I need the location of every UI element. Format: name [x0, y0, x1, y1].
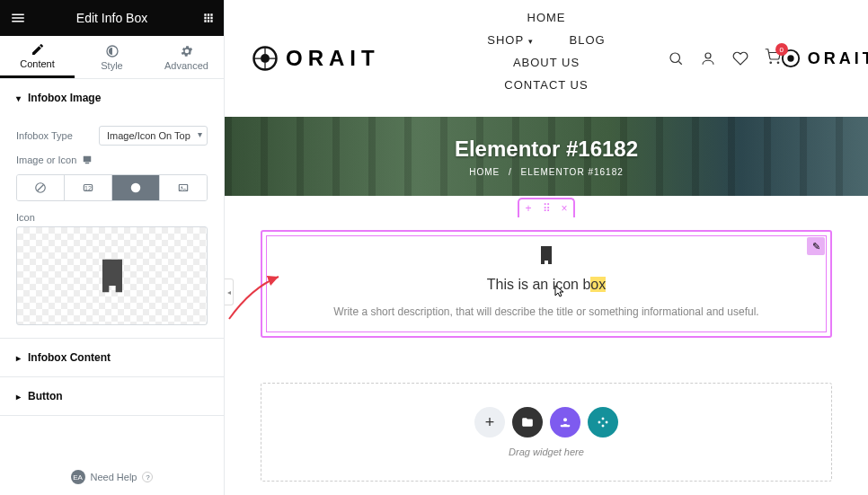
- ea-templates-button[interactable]: [550, 407, 580, 438]
- field-infobox-type: Infobox Type Image/Icon On Top: [16, 126, 208, 146]
- svg-line-1: [38, 185, 44, 191]
- sidebar-collapse-handle[interactable]: ◂: [225, 278, 234, 305]
- main-nav: HOME SHOP ▾ BLOG ABOUT US CONTACT US: [430, 0, 663, 92]
- svg-text:12: 12: [84, 185, 92, 191]
- widget-drag-handle[interactable]: ⠿: [537, 199, 555, 217]
- nav-shop[interactable]: SHOP ▾: [487, 33, 533, 47]
- desktop-icon: [82, 155, 93, 165]
- section-infobox-image: ▾ Infobox Image Infobox Type Image/Icon …: [0, 79, 224, 339]
- svg-line-12: [678, 61, 681, 64]
- site-header: ORAIT HOME SHOP ▾ BLOG ABOUT US CONTACT …: [225, 0, 868, 117]
- image-or-icon-segments: 12: [16, 174, 208, 201]
- search-icon[interactable]: [668, 50, 684, 66]
- chevron-down-icon: ▾: [528, 37, 534, 46]
- cart-icon[interactable]: 0: [765, 49, 781, 68]
- brand-text: ORAIT: [808, 49, 868, 68]
- infobox-widget[interactable]: ✎ This is an icon box Write a short desc…: [261, 230, 832, 338]
- nav-about[interactable]: ABOUT US: [513, 56, 580, 69]
- svg-point-11: [670, 53, 680, 63]
- heart-icon[interactable]: [732, 50, 748, 66]
- logo-icon: [252, 45, 279, 72]
- svg-point-20: [568, 425, 571, 428]
- svg-point-10: [261, 54, 270, 63]
- elementor-sidebar: Edit Info Box Content Style Advanced ▾ I…: [0, 0, 225, 495]
- infobox-type-label: Infobox Type: [16, 130, 73, 141]
- infobox-type-select[interactable]: Image/Icon On Top: [99, 126, 208, 146]
- caret-down-icon: ▾: [16, 93, 21, 103]
- field-image-or-icon: Image or Icon: [16, 155, 208, 165]
- breadcrumb-current: ELEMENTOR #16182: [521, 167, 624, 177]
- caret-right-icon: ▸: [16, 353, 21, 363]
- section-infobox-content-toggle[interactable]: ▸ Infobox Content: [0, 339, 224, 376]
- infobox-title: This is an icon box: [280, 277, 812, 293]
- infobox-icon: [280, 244, 812, 270]
- drop-zone[interactable]: + Drag widget here: [261, 383, 832, 482]
- segment-none[interactable]: [17, 175, 64, 200]
- nav-contact[interactable]: CONTACT US: [504, 78, 588, 92]
- logo-left[interactable]: ORAIT: [252, 45, 380, 72]
- tab-content-label: Content: [20, 58, 55, 69]
- section-button-toggle[interactable]: ▸ Button: [0, 377, 224, 415]
- section-button: ▸ Button: [0, 377, 224, 416]
- brand-text: ORAIT: [286, 46, 380, 71]
- segment-icon[interactable]: [111, 175, 159, 200]
- segment-number[interactable]: 12: [64, 175, 111, 200]
- menu-icon[interactable]: [0, 0, 36, 36]
- nav-blog[interactable]: BLOG: [570, 33, 606, 47]
- nav-home[interactable]: HOME: [527, 11, 566, 24]
- hero-banner: Elementor #16182 HOME / ELEMENTOR #16182: [225, 117, 868, 196]
- section-infobox-content: ▸ Infobox Content: [0, 339, 224, 377]
- svg-rect-6: [135, 187, 136, 191]
- preview-canvas: ORAIT HOME SHOP ▾ BLOG ABOUT US CONTACT …: [225, 0, 868, 495]
- building-icon: [93, 256, 132, 296]
- user-icon[interactable]: [700, 50, 716, 66]
- widget-close-button[interactable]: ×: [555, 199, 573, 217]
- breadcrumb-home[interactable]: HOME: [469, 167, 500, 177]
- tab-style-label: Style: [101, 60, 122, 71]
- svg-point-14: [770, 62, 772, 64]
- widget-controls: + ⠿ ×: [518, 198, 575, 217]
- help-icon[interactable]: ?: [142, 472, 153, 482]
- caret-right-icon: ▸: [16, 392, 21, 402]
- need-help-link[interactable]: Need Help: [91, 472, 137, 482]
- header-icons: 0: [668, 49, 781, 68]
- template-library-button[interactable]: [512, 407, 543, 438]
- icon-label: Icon: [16, 212, 208, 223]
- widget-add-button[interactable]: +: [519, 199, 537, 217]
- edit-widget-button[interactable]: ✎: [807, 237, 825, 255]
- page-title: Elementor #16182: [455, 137, 638, 162]
- ea-badge[interactable]: EA: [71, 470, 85, 484]
- svg-point-19: [561, 425, 563, 428]
- svg-point-17: [787, 55, 793, 61]
- icon-picker[interactable]: [16, 226, 208, 325]
- svg-point-15: [777, 62, 779, 64]
- tab-style[interactable]: Style: [75, 36, 149, 78]
- segment-image[interactable]: [159, 175, 207, 200]
- sidebar-body: ▾ Infobox Image Infobox Type Image/Icon …: [0, 79, 224, 459]
- drop-zone-hint: Drag widget here: [509, 446, 584, 457]
- section-infobox-image-toggle[interactable]: ▾ Infobox Image: [0, 79, 224, 117]
- tab-advanced-label: Advanced: [164, 60, 208, 71]
- logo-right[interactable]: ORAIT: [781, 49, 868, 68]
- joomla-button[interactable]: [588, 407, 618, 438]
- building-icon: [536, 244, 557, 266]
- tab-advanced[interactable]: Advanced: [149, 36, 224, 78]
- drop-zone-buttons: +: [474, 407, 618, 438]
- svg-point-18: [563, 418, 567, 421]
- infobox-description: Write a short description, that will des…: [280, 305, 812, 318]
- sidebar-header: Edit Info Box: [0, 0, 224, 36]
- breadcrumb-sep: /: [509, 167, 512, 177]
- add-section-button[interactable]: +: [474, 407, 505, 438]
- svg-rect-5: [135, 185, 136, 186]
- image-or-icon-label: Image or Icon: [16, 155, 93, 165]
- breadcrumb: HOME / ELEMENTOR #16182: [469, 167, 624, 177]
- cart-badge: 0: [775, 43, 788, 56]
- tab-content[interactable]: Content: [0, 36, 75, 78]
- svg-point-13: [705, 53, 711, 58]
- sidebar-footer: EA Need Help ?: [0, 459, 224, 495]
- editor-stage: + ⠿ × ✎ This is an icon box Write a shor…: [225, 196, 868, 495]
- sidebar-tabs: Content Style Advanced: [0, 36, 224, 79]
- apps-icon[interactable]: [193, 0, 224, 36]
